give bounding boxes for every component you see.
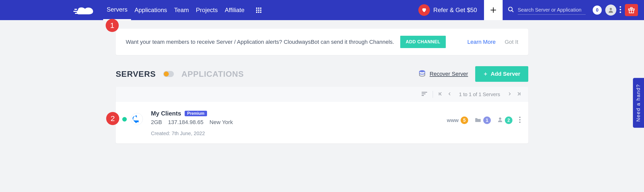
heart-icon: [418, 4, 430, 16]
tab-servers[interactable]: SERVERS: [116, 69, 156, 79]
svg-point-14: [508, 7, 512, 11]
pager-last-icon[interactable]: [517, 92, 521, 97]
svg-rect-7: [258, 10, 259, 11]
refer-button[interactable]: Refer & Get $50: [411, 4, 484, 16]
search-icon[interactable]: [508, 6, 514, 14]
status-dot: [122, 117, 127, 122]
tab-applications[interactable]: APPLICATIONS: [181, 69, 244, 79]
menu-kebab-icon[interactable]: [619, 6, 621, 14]
svg-rect-6: [256, 10, 257, 11]
users-count: 2: [505, 117, 512, 124]
learn-more-link[interactable]: Learn More: [467, 39, 496, 45]
notification-badge[interactable]: 0: [593, 6, 602, 15]
callout-1: 1: [106, 19, 119, 32]
pager-prev-icon[interactable]: [448, 92, 452, 97]
svg-rect-11: [260, 12, 261, 13]
svg-rect-8: [260, 10, 261, 11]
server-ip: 137.184.98.65: [168, 119, 204, 126]
nav-projects[interactable]: Projects: [192, 0, 221, 20]
premium-badge: Premium: [185, 111, 207, 116]
server-size: 2GB: [151, 119, 162, 126]
nav-affiliate[interactable]: Affiliate: [221, 0, 248, 20]
gift-icon[interactable]: [625, 4, 638, 16]
row-menu-icon[interactable]: [519, 117, 521, 124]
folder-count: 1: [483, 117, 491, 124]
svg-point-23: [419, 70, 425, 72]
divider: [433, 91, 433, 98]
pager-first-icon[interactable]: [438, 92, 442, 97]
list-toolbar: 1 to 1 of 1 Servers: [116, 87, 528, 102]
server-stack-icon: [418, 69, 426, 79]
server-row[interactable]: My Clients Premium 2GB 137.184.98.65 New…: [116, 102, 528, 143]
recover-server-link[interactable]: Recover Server: [418, 69, 468, 79]
svg-rect-3: [256, 8, 257, 9]
svg-point-18: [620, 9, 621, 10]
apps-grid-icon[interactable]: [256, 7, 262, 13]
add-button[interactable]: [484, 0, 503, 20]
alert-banner: Want your team members to receive Server…: [116, 29, 528, 55]
svg-point-16: [610, 8, 612, 10]
svg-point-34: [519, 117, 520, 118]
nav-team[interactable]: Team: [171, 0, 192, 20]
svg-line-15: [512, 10, 513, 12]
add-server-label: Add Server: [491, 71, 520, 77]
got-it-link[interactable]: Got It: [505, 39, 518, 45]
svg-rect-31: [137, 121, 139, 122]
top-navbar: Servers Applications Team Projects Affil…: [0, 0, 644, 20]
svg-point-33: [499, 118, 501, 120]
folder-icon: [475, 117, 481, 124]
sort-icon[interactable]: [421, 91, 428, 97]
search-input[interactable]: [518, 6, 586, 15]
server-name: My Clients: [151, 110, 181, 117]
svg-point-19: [620, 12, 621, 13]
svg-rect-9: [256, 12, 257, 13]
callout-2: 2: [106, 112, 119, 125]
stat-www[interactable]: www 5: [447, 117, 468, 124]
stat-users[interactable]: 2: [497, 117, 512, 124]
logo[interactable]: [73, 4, 96, 16]
svg-point-36: [519, 122, 520, 123]
pager-next-icon[interactable]: [508, 92, 512, 97]
banner-text: Want your team members to receive Server…: [126, 39, 394, 45]
svg-rect-32: [135, 122, 136, 123]
nav-applications[interactable]: Applications: [131, 0, 171, 20]
provider-icon: [131, 113, 143, 125]
svg-rect-0: [74, 9, 77, 10]
www-label: www: [447, 118, 459, 123]
svg-rect-10: [258, 12, 259, 13]
svg-rect-1: [73, 11, 77, 12]
add-channel-button[interactable]: ADD CHANNEL: [400, 36, 446, 48]
servers-apps-toggle[interactable]: [163, 71, 174, 77]
help-side-tab[interactable]: Need a hand?: [633, 78, 644, 128]
person-icon: [497, 117, 503, 124]
add-server-button[interactable]: Add Server: [475, 66, 528, 82]
server-region: New York: [210, 119, 233, 126]
recover-server-label: Recover Server: [430, 71, 468, 77]
pagination-text: 1 to 1 of 1 Servers: [459, 92, 500, 97]
server-created: Created: 7th June, 2022: [151, 131, 518, 136]
refer-label: Refer & Get $50: [433, 7, 477, 14]
svg-rect-2: [75, 13, 77, 14]
www-count: 5: [461, 117, 468, 124]
avatar[interactable]: [605, 5, 616, 16]
nav-servers[interactable]: Servers: [103, 0, 131, 20]
svg-point-17: [620, 6, 621, 8]
stat-projects[interactable]: 1: [475, 117, 491, 124]
svg-rect-4: [258, 8, 259, 9]
svg-rect-5: [260, 8, 261, 9]
svg-point-35: [519, 119, 520, 121]
